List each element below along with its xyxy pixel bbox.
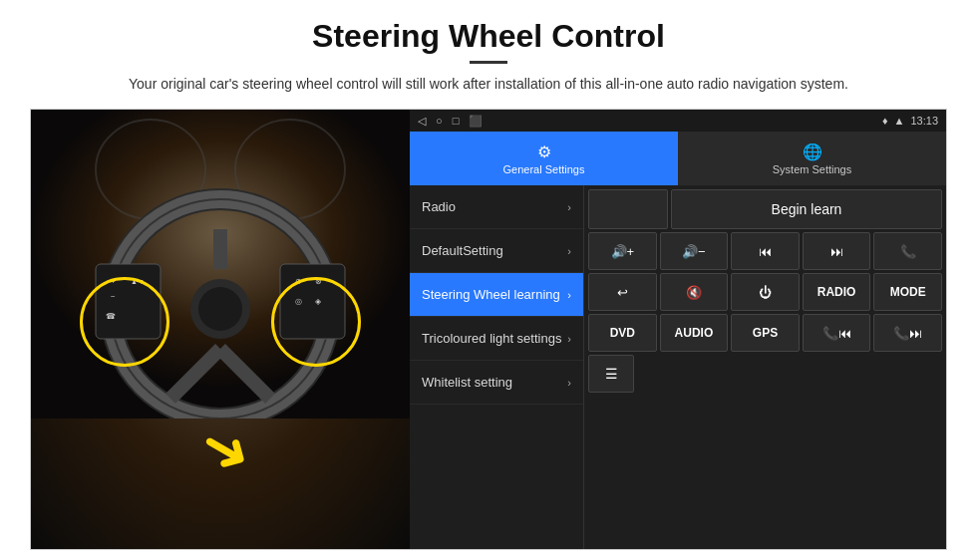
home-icon: ○ [436,115,443,127]
prev-track-button[interactable]: ⏮ [731,232,800,270]
gear-icon: ⚙ [537,142,551,161]
whitelist-button[interactable]: ☰ [588,355,634,393]
screenshot-icon: ⬛ [469,115,483,128]
title-divider [470,61,507,64]
tab-system-label: System Settings [773,163,851,175]
globe-icon: 🌐 [803,142,822,161]
control-row-1: Begin learn [588,189,942,229]
tab-general-label: General Settings [503,163,585,175]
highlight-circle-left [80,277,169,367]
gps-button[interactable]: GPS [731,314,800,352]
content-area: + − ▲▼ ☎ ⊕ ⊗ ◎ ◈ ➜ [30,109,947,550]
menu-whitelist-label: Whitelist setting [422,375,567,390]
chevron-right-icon: › [567,289,571,301]
highlight-circle-right [271,277,361,367]
dvd-label: DVD [610,326,635,340]
radio-button[interactable]: RADIO [803,273,871,311]
end-call-button[interactable]: ↩ [588,273,657,311]
chevron-right-icon: › [567,245,571,257]
status-bar: ◁ ○ □ ⬛ ♦ ▲ 13:13 [410,110,946,132]
control-row-4: DVD AUDIO GPS 📞⏮ 📞⏭ [588,314,942,352]
mute-icon: 🔇 [686,285,702,300]
menu-item-tricoloured[interactable]: Tricoloured light settings › [410,317,583,361]
volume-up-button[interactable]: 🔊+ [588,232,657,270]
call-button[interactable]: 📞 [873,232,942,270]
location-icon: ♦ [882,115,888,127]
prev-icon: ⏮ [759,244,772,259]
menu-radio-label: Radio [422,199,567,214]
page-subtitle: Your original car's steering wheel contr… [129,74,848,95]
audio-button[interactable]: AUDIO [660,314,729,352]
chevron-right-icon: › [567,201,571,213]
next-icon: ⏭ [830,244,843,259]
car-image-area: + − ▲▼ ☎ ⊕ ⊗ ◎ ◈ ➜ [31,110,410,549]
tab-system-settings[interactable]: 🌐 System Settings [678,132,946,185]
control-panel: Begin learn 🔊+ 🔊− ⏮ [584,185,946,549]
svg-point-10 [198,287,242,331]
dvd-button[interactable]: DVD [588,314,657,352]
audio-label: AUDIO [675,326,714,340]
status-bar-left: ◁ ○ □ ⬛ [418,115,483,128]
mode-label: MODE [890,285,926,299]
steering-wheel-svg: + − ▲▼ ☎ ⊕ ⊗ ◎ ◈ [31,110,410,419]
list-icon: ☰ [605,366,618,382]
call-prev-icon: 📞⏮ [822,326,851,341]
volume-up-icon: 🔊+ [611,244,635,259]
call-prev-button[interactable]: 📞⏮ [803,314,871,352]
gps-label: GPS [753,326,778,340]
back-icon: ◁ [418,115,426,128]
recent-icon: □ [453,115,460,127]
next-track-button[interactable]: ⏭ [803,232,871,270]
menu-item-default-setting[interactable]: DefaultSetting › [410,229,583,273]
car-background: + − ▲▼ ☎ ⊕ ⊗ ◎ ◈ ➜ [31,110,410,549]
volume-down-icon: 🔊− [682,244,706,259]
control-row-3: ↩ 🔇 ⏻ RADIO MODE [588,273,942,311]
call-next-button[interactable]: 📞⏭ [873,314,942,352]
menu-steering-label: Steering Wheel learning [422,287,567,302]
blank-display [588,189,668,229]
sidebar-menu: Radio › DefaultSetting › Steering Wheel … [410,185,584,549]
phone-icon: 📞 [900,244,916,259]
radio-label: RADIO [817,285,856,299]
signal-icon: ▲ [894,115,905,127]
mode-button[interactable]: MODE [873,273,942,311]
end-call-icon: ↩ [617,285,628,300]
android-ui: ◁ ○ □ ⬛ ♦ ▲ 13:13 ⚙ General Settings [410,110,946,549]
page-wrapper: Steering Wheel Control Your original car… [0,0,977,560]
menu-item-radio[interactable]: Radio › [410,185,583,229]
control-row-5: ☰ [588,355,942,393]
mute-button[interactable]: 🔇 [660,273,729,311]
chevron-right-icon: › [567,377,571,389]
call-next-icon: 📞⏭ [893,326,922,341]
power-icon: ⏻ [759,285,772,300]
tab-general-settings[interactable]: ⚙ General Settings [410,132,678,185]
menu-default-label: DefaultSetting [422,243,567,258]
menu-item-whitelist[interactable]: Whitelist setting › [410,361,583,405]
control-row-2: 🔊+ 🔊− ⏮ ⏭ 📞 [588,232,942,270]
chevron-right-icon: › [567,333,571,345]
page-title: Steering Wheel Control [312,18,665,55]
nav-tabs: ⚙ General Settings 🌐 System Settings [410,132,946,185]
menu-item-steering-wheel[interactable]: Steering Wheel learning › [410,273,583,317]
status-time: 13:13 [910,115,938,127]
status-bar-right: ♦ ▲ 13:13 [882,115,938,127]
menu-tricoloured-label: Tricoloured light settings [422,331,567,346]
volume-down-button[interactable]: 🔊− [660,232,729,270]
begin-learn-button[interactable]: Begin learn [671,189,942,229]
power-button[interactable]: ⏻ [731,273,800,311]
main-content: Radio › DefaultSetting › Steering Wheel … [410,185,946,549]
